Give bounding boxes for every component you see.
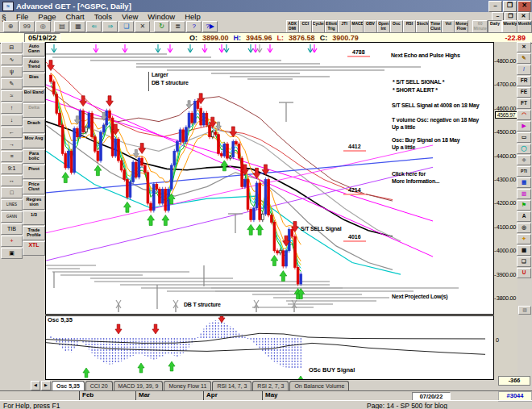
undo-icon[interactable]: U [517,268,531,278]
zoom-tool-icon[interactable]: ◎ [517,223,531,233]
study-button-drach[interactable]: Drach [23,119,45,133]
fib-time-icon[interactable]: FT [517,98,531,109]
new-page-icon[interactable]: ▤ [54,21,69,32]
timeframe-button-weekly[interactable]: Weekly [502,20,517,33]
back-icon[interactable]: ⇐ [86,21,102,32]
annotation-more-info[interactable]: More Information... [392,178,439,184]
timeframe-button--minute[interactable]: 60 Minute [472,20,487,33]
study-button-pivot[interactable]: Pivot [23,165,45,179]
menu-chart[interactable]: Chart [61,12,89,21]
ratio-icon[interactable]: 9:1 [1,163,23,174]
study-button-auto-gann[interactable]: Auto Gann [23,42,45,56]
crosshair-icon[interactable]: + [1,236,23,247]
menu-page[interactable]: Page [33,12,60,21]
study-button-bias[interactable]: Bias [23,73,45,87]
tab-scroll-left[interactable]: ◀ [31,381,40,390]
menu-view[interactable]: View [117,12,143,21]
mob-icon[interactable]: ◯ [517,144,531,154]
arrow-marker-icon[interactable]: ▶ [517,121,531,131]
tab-rsi-14-7-3[interactable]: RSI 14, 7, 3 [212,381,251,390]
tab-cci-20[interactable]: CCI 20 [85,381,113,390]
delete-icon[interactable]: ✕ [135,21,150,32]
menu-window[interactable]: Window [143,12,180,21]
child-window-icon[interactable]: § [2,14,10,20]
expansion-icon[interactable]: ◈ [517,155,531,165]
study-button-1-3[interactable]: 1/3 [23,211,45,225]
oscillator-chart[interactable] [46,316,493,379]
pti-icon[interactable]: PTI [517,166,531,177]
axis-grip-icon[interactable]: ▨ [518,306,531,315]
open-chart-icon[interactable]: ⊟ [1,42,23,53]
menu-tools[interactable]: Tools [89,12,117,21]
tab-money-flow-11[interactable]: Money Flow 11 [164,381,211,390]
properties-icon[interactable]: ▣ [1,248,23,259]
annotation-click-here[interactable]: Click here for [392,171,426,177]
compress-icon[interactable]: ≡ [1,151,23,162]
make-or-break-icon[interactable]: ▨ [517,189,531,199]
tab-scroll-right[interactable]: ▶ [41,381,51,390]
study-button-bol-band[interactable]: Bol Band [23,88,45,102]
grid-table-icon[interactable]: ▦ [517,177,531,188]
study-button-price-clust[interactable]: Price Clust [23,180,45,194]
wave-345-icon[interactable]: ∿ [1,54,23,65]
study-button-regres-sion[interactable]: Regres sion [23,195,45,210]
lines-tool-icon[interactable]: LINES [1,199,23,211]
context-help-icon[interactable]: ?▶ [202,21,218,32]
menu-help[interactable]: Help [180,12,206,21]
oscillator-panel[interactable]: Osc 5,35 OSc BUY Signal [45,315,494,380]
price-axis[interactable]: 4565.97 0 -4800.00-4700.00-4600.00-4500.… [494,42,517,379]
search-icon[interactable]: ◎ [35,21,51,32]
quote-page-icon[interactable]: 99 [19,21,35,32]
study-button-trade-profile[interactable]: Trade Profile [23,226,45,240]
scroll-up-icon[interactable]: ↑ [1,102,23,114]
indicator-button-stoch[interactable]: Stoch [416,20,429,33]
tab-macd-19-39-9[interactable]: MACD 19, 39, 9 [114,381,164,390]
tab-rsi-2-7-3[interactable]: RSI 2, 7, 3 [252,381,289,390]
text-tool-icon[interactable]: A [517,211,531,222]
indicator-button-rsi[interactable]: RSI [403,20,416,33]
copy-tool-icon[interactable]: ❏ [517,257,531,267]
pitchfork-icon[interactable]: ψ [1,66,23,77]
indicator-button-elliott-trig[interactable]: Elliott Trig [325,20,338,33]
pointer-tool-icon[interactable]: ⊕ [3,21,19,32]
timeframe-button-monthly[interactable]: Monthly [517,20,532,33]
copy-page-icon[interactable]: ❏ [118,21,134,32]
study-button-delta[interactable]: Delta [23,103,45,118]
price-chart-panel[interactable]: Larger DB T structure Next Echo and Puls… [45,42,494,315]
tab-osc-5-35[interactable]: Osc 5,35 [52,381,85,390]
study-button-auto-trend[interactable]: Auto Trend [23,57,45,72]
scroll-left-icon[interactable]: ← [1,127,23,138]
rectangle-icon[interactable]: ▭ [517,132,531,143]
menu-file[interactable]: File [11,12,33,21]
close-button[interactable]: ✕ [517,1,531,12]
indicator-button-obv[interactable]: OBV [364,20,376,33]
brush-icon[interactable]: ✦ [517,234,531,244]
indicator-button-money-flow[interactable]: Money Flow [455,20,468,33]
trendline-icon[interactable]: / [517,65,531,75]
indicator-button-cycles[interactable]: Cycles [312,20,325,33]
indicator-button-open-int[interactable]: Open Int [377,20,390,33]
flag-icon[interactable]: ⚑ [517,200,531,211]
study-button-para-bolic[interactable]: Para bolic [23,149,45,164]
gann-tool-icon[interactable]: GANN [1,211,23,223]
study-button-xtl[interactable]: XTL [23,241,45,256]
help-icon[interactable]: ? [186,21,202,32]
forward-icon[interactable]: ⇒ [102,21,118,32]
box-select-icon[interactable]: □ [1,187,23,198]
fib-retracement-icon[interactable]: FR [517,76,531,86]
indicator-button-adx-dmi[interactable]: ADX DMI [286,20,299,33]
fib-extension-icon[interactable]: FE [517,87,531,98]
indicator-button-jti[interactable]: JTI [338,20,351,33]
save-page-icon[interactable]: ▦ [70,21,85,32]
scroll-right-icon[interactable]: → [1,139,23,150]
spacing-icon[interactable]: ↔ [1,175,23,186]
maximize-button[interactable]: ❐ [503,1,517,12]
indicator-button-vol[interactable]: Vol [442,20,455,33]
refresh-icon[interactable]: ↻ [154,21,169,32]
scroll-down-icon[interactable]: ↓ [1,115,23,126]
pointer-close-icon[interactable]: ✕ [517,42,531,52]
study-button-mov-avg[interactable]: Mov Avg [23,134,45,148]
tab-on-balance-volume[interactable]: On Balance Volume [289,381,349,390]
timeframe-button-daily[interactable]: Daily [488,20,502,33]
indicator-button-time-clust[interactable]: Time Clust [429,20,442,33]
